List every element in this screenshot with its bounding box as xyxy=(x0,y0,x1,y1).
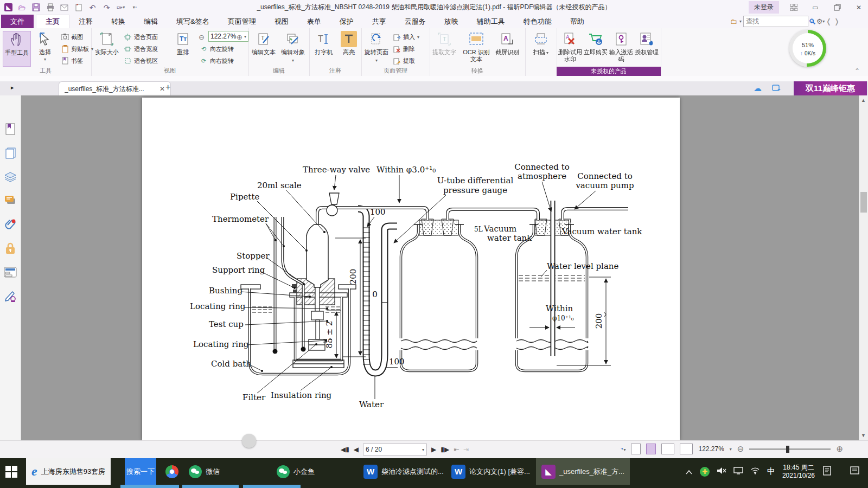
new-doc-icon[interactable] xyxy=(74,3,83,12)
activation-code-button[interactable]: 输入激活码 xyxy=(609,31,634,66)
continuous-page-icon[interactable] xyxy=(646,444,656,454)
fit-visible-button[interactable]: 适合视区 xyxy=(124,55,158,66)
remove-watermark-button[interactable]: A 删除试用水印 xyxy=(558,31,583,66)
close-button[interactable]: ✕ xyxy=(852,3,866,12)
prev-page-icon[interactable]: ◀ xyxy=(354,446,359,453)
scan-button[interactable]: 扫描 ▾ xyxy=(527,31,554,66)
vertical-scrollbar[interactable]: ▲ ▼ xyxy=(859,95,868,440)
tab-cloud[interactable]: 云服务 xyxy=(395,15,435,28)
rotate-left-button[interactable]: ⟲ 向左旋转 xyxy=(200,43,234,54)
tab-edit[interactable]: 编辑 xyxy=(135,15,167,28)
buy-now-button[interactable]: 立即购买 xyxy=(584,31,608,66)
find-input[interactable]: 查找 xyxy=(743,16,808,27)
actual-size-button[interactable]: 实际大小 xyxy=(93,31,120,66)
print-icon[interactable] xyxy=(46,3,55,12)
taskbar-foxit[interactable]: ◣ _userfiles_标准_方... xyxy=(536,458,630,485)
search-icon[interactable]: 🔍︎ xyxy=(808,17,816,25)
signature-panel-icon[interactable] xyxy=(0,284,21,308)
redo-icon[interactable]: ↷ xyxy=(102,3,111,12)
tab-features[interactable]: 特色功能 xyxy=(514,15,561,28)
license-manage-button[interactable]: 授权管理 xyxy=(635,31,659,66)
fit-page-button[interactable]: 适合页面 xyxy=(124,31,158,42)
restore-button[interactable] xyxy=(830,3,844,12)
scroll-up-icon[interactable]: ▲ xyxy=(861,98,866,103)
snapshot-button[interactable]: 截图 xyxy=(61,31,83,42)
auto-scroll-icon[interactable]: ◔▾ xyxy=(620,445,626,453)
cloud-icon[interactable]: ☁ xyxy=(754,84,762,93)
hand-tool-button[interactable]: 手型工具 xyxy=(3,31,31,67)
taskbar-wechat[interactable]: 微信 xyxy=(183,458,225,485)
first-page-icon[interactable]: ◀▮ xyxy=(341,446,349,453)
delete-page-button[interactable]: 删除 xyxy=(393,43,415,54)
collapse-ribbon-icon[interactable]: ⌃ xyxy=(854,67,860,75)
bookmark-button[interactable]: 书签 xyxy=(61,55,83,66)
layout-grid-icon[interactable] xyxy=(787,3,801,12)
document-tab[interactable]: _userfiles_标准_方法标准... ✕ xyxy=(59,81,171,96)
last-page-icon[interactable]: ▮▶ xyxy=(441,446,449,453)
screen-ocr-button[interactable]: A 截屏识别 xyxy=(494,31,521,66)
rotate-page-button[interactable]: 旋转页面 ▾ xyxy=(363,31,390,66)
zoom-slider-knob[interactable] xyxy=(786,446,789,453)
taskbar-wechat-2[interactable]: 小金鱼 xyxy=(271,458,320,485)
next-view-icon[interactable]: ⇥ xyxy=(463,446,469,453)
search-folder-icon[interactable]: 🗀 xyxy=(730,17,738,25)
statusbar-zoom-value[interactable]: 122.27% xyxy=(698,445,724,453)
extract-page-button[interactable]: 提取 xyxy=(393,55,415,66)
page-thumbnails-icon[interactable] xyxy=(0,141,21,165)
email-doc-icon[interactable] xyxy=(60,3,69,12)
ime-indicator[interactable]: 中 xyxy=(767,466,775,477)
scroll-down-icon[interactable]: ▼ xyxy=(861,433,866,438)
login-status[interactable]: 未登录 xyxy=(749,1,779,14)
antivirus-icon[interactable]: ✚ xyxy=(700,467,710,477)
next-page-icon[interactable]: ▶ xyxy=(431,446,436,453)
new-tab-button[interactable]: + xyxy=(165,82,170,92)
tab-fill-sign[interactable]: 填写&签名 xyxy=(167,15,219,28)
tab-close-icon[interactable]: ✕ xyxy=(159,85,165,93)
tab-comment[interactable]: 注释 xyxy=(69,15,102,28)
wifi-icon[interactable] xyxy=(750,467,760,477)
typewriter-button[interactable]: T 打字机 xyxy=(310,31,337,66)
layers-panel-icon[interactable] xyxy=(0,165,21,189)
zoom-out-button[interactable]: ⊖ xyxy=(199,31,205,42)
floating-assistant-ball[interactable] xyxy=(242,434,256,448)
insert-page-button[interactable]: 插入 ▾ xyxy=(393,31,419,42)
zoom-in-circle-icon[interactable]: ⊕ xyxy=(836,444,843,454)
notes-icon[interactable] xyxy=(822,465,833,478)
zoom-slider[interactable] xyxy=(749,448,831,450)
tab-protect[interactable]: 保护 xyxy=(330,15,363,28)
tab-file[interactable]: 文件 xyxy=(1,15,34,28)
taskbar-search-button[interactable]: 搜索一下 xyxy=(125,458,156,485)
tab-convert[interactable]: 转换 xyxy=(102,15,135,28)
taskbar-chrome[interactable] xyxy=(160,458,184,485)
tab-list-icon[interactable] xyxy=(772,84,781,94)
edit-text-button[interactable]: T 编辑文本 xyxy=(250,31,277,66)
single-page-icon[interactable] xyxy=(631,444,641,454)
page-number-box[interactable]: 6 / 20 ▾ xyxy=(363,444,427,455)
reflow-button[interactable]: Tт 重排 xyxy=(169,31,196,66)
bookmarks-panel-icon[interactable] xyxy=(0,117,21,141)
zoom-out-circle-icon[interactable]: ⊖ xyxy=(737,444,744,454)
tab-form[interactable]: 表单 xyxy=(298,15,330,28)
tab-share[interactable]: 共享 xyxy=(363,15,395,28)
tab-help[interactable]: 帮助 xyxy=(561,15,593,28)
facing-page-icon[interactable] xyxy=(661,444,674,454)
prev-view-icon[interactable]: ⇤ xyxy=(454,446,459,453)
volume-muted-icon[interactable] xyxy=(717,467,726,477)
comments-panel-icon[interactable] xyxy=(0,189,21,213)
display-icon[interactable] xyxy=(733,467,743,477)
zoom-in-button[interactable]: ⊕ xyxy=(237,31,242,42)
tab-present[interactable]: 放映 xyxy=(435,15,468,28)
attachments-panel-icon[interactable] xyxy=(0,213,21,236)
action-center-icon[interactable] xyxy=(850,466,860,478)
edit-object-button[interactable]: 编辑对象 ▾ xyxy=(279,31,307,66)
security-panel-icon[interactable] xyxy=(0,236,21,260)
search-settings-gear-icon[interactable]: ⚙▾ xyxy=(816,17,825,25)
hand-stamp-icon[interactable]: ✑▾ xyxy=(116,3,125,12)
download-progress-ring[interactable]: 51% ↑ 0K/s xyxy=(789,30,826,67)
tray-expand-icon[interactable] xyxy=(685,467,693,477)
continuous-facing-icon[interactable] xyxy=(680,444,693,454)
taskbar-news-widget[interactable]: e 上海房东抛售93套房 xyxy=(26,458,111,485)
tab-home[interactable]: 主页 xyxy=(36,15,69,28)
find-prev-icon[interactable]: ❬ xyxy=(825,17,833,25)
search-scope-caret-icon[interactable]: ▾ xyxy=(739,19,742,24)
